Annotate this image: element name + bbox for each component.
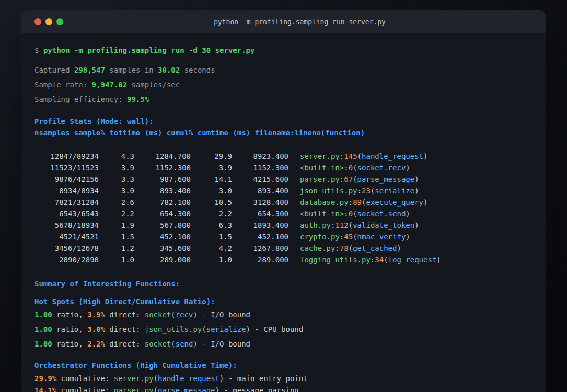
tottime-cell: 567.800 — [134, 220, 191, 231]
cumtime-cell: 452.100 — [232, 231, 288, 243]
function-name-text: recv — [176, 310, 193, 319]
orchestrator-line: 14.1% cumulative: parser.py(parse_messag… — [34, 385, 533, 392]
function-name-text: log_request — [388, 256, 437, 264]
direct-pct-value: 3.0% — [87, 325, 105, 333]
lineno-text: 0 — [349, 164, 353, 172]
function-name-text: parse_message — [357, 175, 415, 183]
sample-pct-cell: 1.5 — [99, 231, 134, 243]
punctuation: ( — [349, 221, 353, 229]
sample-pct-cell: 1.0 — [99, 254, 134, 266]
orchestrator-lines: 29.9% cumulative: server.py(handle_reque… — [34, 373, 533, 392]
orchestrator-title: Orchestrator Functions (High Cumulative … — [34, 360, 533, 371]
cumul-pct-cell: 1.0 — [191, 254, 232, 266]
stats-row: 3456/126781.2345.6004.21267.800cache.py:… — [34, 243, 533, 254]
punctuation: ( — [202, 325, 206, 333]
tottime-cell: 1152.300 — [134, 162, 191, 174]
location-cell: database.py:89(execute_query) — [300, 197, 427, 208]
stats-column-header: nsamples sample% tottime (ms) cumul% cum… — [34, 128, 533, 138]
sample-pct-cell: 3.9 — [99, 162, 134, 174]
efficiency-value: 99.5% — [127, 95, 149, 103]
hotspot-note: ) - I/O bound — [193, 310, 250, 319]
tottime-cell: 452.100 — [134, 231, 191, 243]
function-name-text: serialize — [206, 325, 246, 333]
location-cell: server.py:145(handle_request) — [300, 151, 427, 162]
target-name: socket — [145, 310, 171, 319]
filename-text: server.py — [114, 374, 154, 383]
sample-rate-line: Sample rate: 9,947.02 samples/sec — [34, 79, 533, 90]
direct-label: direct: — [105, 325, 145, 333]
cumul-pct-cell: 29.9 — [191, 151, 232, 162]
lineno-text: 23 — [362, 187, 371, 195]
function-name-text: get_cached — [353, 244, 397, 252]
captured-line: Captured 298,547 samples in 30.02 second… — [34, 65, 533, 75]
stats-table-rows: 12847/892344.31284.70029.98923.400server… — [34, 151, 533, 266]
lineno-text: 145 — [344, 152, 357, 160]
ratio-label: ratio, — [52, 325, 87, 333]
location-cell: cache.py:78(get_cached) — [300, 243, 401, 254]
punctuation: ) — [414, 187, 419, 195]
stats-row: 6543/65432.2654.3002.2654.300<built-in>:… — [34, 208, 533, 220]
function-name-text: handle_request — [158, 374, 219, 383]
punctuation: ( — [171, 340, 175, 348]
punctuation: ( — [353, 233, 357, 241]
lineno-text: 34 — [375, 256, 384, 264]
cumtime-cell: 654.300 — [232, 208, 288, 220]
cumtime-cell: 4215.600 — [232, 174, 288, 185]
captured-samples-value: 298,547 — [74, 66, 105, 74]
filename-text: auth.py — [300, 221, 331, 229]
tottime-cell: 345.600 — [134, 243, 191, 254]
nsamples-cell: 8934/8934 — [34, 185, 99, 197]
ratio-label: ratio, — [52, 310, 87, 319]
filename-text: cache.py — [300, 244, 335, 252]
punctuation: ( — [154, 386, 158, 392]
ratio-value: 1.00 — [34, 340, 52, 348]
location-cell: auth.py:112(validate_token) — [300, 220, 419, 231]
titlebar: python -m profiling.sampling run server.… — [21, 10, 546, 33]
punctuation: ) — [406, 233, 410, 241]
nsamples-cell: 4521/4521 — [34, 231, 99, 243]
function-name-text: socket.send — [357, 210, 406, 218]
lineno-text: 45 — [344, 233, 353, 241]
command-text: python -m profiling.sampling run -d 30 s… — [43, 46, 255, 54]
punctuation: ( — [353, 175, 357, 183]
function-name-text: parse_message — [158, 386, 215, 392]
direct-label: direct: — [105, 310, 145, 319]
filename-text: <built-in> — [300, 210, 344, 218]
minimize-button[interactable] — [45, 18, 52, 25]
cumtime-cell: 893.400 — [232, 185, 288, 197]
filename-text: parser.py — [114, 386, 154, 392]
direct-pct-value: 2.2% — [87, 340, 105, 348]
punctuation: ) — [397, 244, 401, 252]
close-button[interactable] — [34, 18, 41, 25]
stats-row: 11523/115233.91152.3003.91152.300<built-… — [34, 162, 533, 174]
orchestrator-note: ) - message parsing — [215, 386, 299, 392]
tottime-cell: 893.400 — [134, 185, 191, 197]
nsamples-cell: 3456/12678 — [34, 243, 99, 254]
punctuation: ( — [353, 210, 357, 218]
stats-row: 4521/45211.5452.1001.5452.100crypto.py:4… — [34, 231, 533, 243]
stats-row: 8934/89343.0893.4003.0893.400json_utils.… — [34, 185, 533, 197]
filename-text: logging_utils.py — [300, 256, 371, 264]
orchestrator-line: 29.9% cumulative: server.py(handle_reque… — [34, 373, 533, 384]
cumtime-cell: 3128.400 — [232, 197, 288, 208]
sample-pct-cell: 2.2 — [99, 208, 134, 220]
tottime-cell: 1284.700 — [134, 151, 191, 162]
window-controls — [34, 18, 78, 25]
direct-label: direct: — [105, 340, 145, 348]
ratio-label: ratio, — [52, 340, 87, 348]
target-name: json_utils.py — [145, 325, 202, 333]
punctuation: ( — [353, 164, 357, 172]
function-name-text: socket.recv — [357, 164, 406, 172]
tottime-cell: 987.600 — [134, 174, 191, 185]
cumul-pct-cell: 6.3 — [191, 220, 232, 231]
cumtime-cell: 289.000 — [232, 254, 288, 266]
terminal-body[interactable]: $ python -m profiling.sampling run -d 30… — [21, 45, 546, 392]
punctuation: ( — [349, 244, 353, 252]
zoom-button[interactable] — [56, 18, 63, 25]
punctuation: ( — [154, 374, 158, 383]
sample-pct-cell: 1.9 — [99, 220, 134, 231]
lineno-text: 89 — [353, 198, 362, 206]
tottime-cell: 782.100 — [134, 197, 191, 208]
cumtime-cell: 8923.400 — [232, 151, 288, 162]
nsamples-cell: 9876/42156 — [34, 174, 99, 185]
